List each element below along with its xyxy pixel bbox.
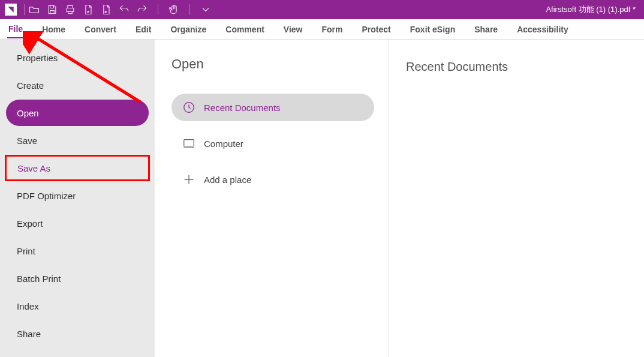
sidebar-item-index[interactable]: Index xyxy=(6,293,149,319)
clock-icon xyxy=(182,101,195,114)
recent-documents-panel: Recent Documents xyxy=(389,40,644,357)
menu-form[interactable]: Form xyxy=(321,21,344,38)
menu-share[interactable]: Share xyxy=(473,21,499,38)
sidebar-item-pdf-optimizer[interactable]: PDF Optimizer xyxy=(6,182,149,209)
menu-home[interactable]: Home xyxy=(41,21,67,38)
title-bar: Afirstsoft 功能 (1) (1).pdf * xyxy=(0,0,644,19)
open-panel-left: Open Recent Documents Computer Add a pla… xyxy=(155,40,389,357)
redo-icon[interactable] xyxy=(136,4,148,16)
file-backstage: Properties Create Open Save Save As PDF … xyxy=(0,40,644,357)
sidebar-item-batch-print[interactable]: Batch Print xyxy=(6,265,149,292)
sidebar-item-save-as[interactable]: Save As xyxy=(5,155,150,181)
menu-edit[interactable]: Edit xyxy=(134,21,152,38)
menu-file[interactable]: File xyxy=(7,20,24,38)
plus-icon xyxy=(182,173,195,186)
menu-comment[interactable]: Comment xyxy=(224,21,266,38)
computer-icon xyxy=(182,137,195,150)
hand-tool-icon[interactable] xyxy=(168,4,180,16)
menu-foxit-esign[interactable]: Foxit eSign xyxy=(409,21,456,38)
page-add-icon[interactable] xyxy=(82,4,94,16)
recent-documents-title: Recent Documents xyxy=(406,60,630,74)
open-panel: Open Recent Documents Computer Add a pla… xyxy=(155,40,644,357)
sidebar-item-share[interactable]: Share xyxy=(6,320,149,347)
sidebar-item-export[interactable]: Export xyxy=(6,210,149,236)
save-icon[interactable] xyxy=(46,4,58,16)
sidebar-item-properties[interactable]: Properties xyxy=(6,44,149,71)
menu-bar: File Home Convert Edit Organize Comment … xyxy=(0,19,644,40)
menu-convert[interactable]: Convert xyxy=(83,21,118,38)
chevron-down-icon[interactable] xyxy=(200,4,212,16)
open-item-label: Computer xyxy=(204,139,243,149)
separator xyxy=(189,4,190,15)
separator xyxy=(158,4,158,15)
open-panel-title: Open xyxy=(171,56,374,72)
undo-icon[interactable] xyxy=(118,4,130,16)
sidebar-item-create[interactable]: Create xyxy=(6,72,149,98)
open-item-computer[interactable]: Computer xyxy=(171,130,374,157)
sidebar-item-open[interactable]: Open xyxy=(6,100,149,126)
quick-access-toolbar xyxy=(28,4,212,16)
open-item-label: Recent Documents xyxy=(204,103,281,113)
open-folder-icon[interactable] xyxy=(28,4,40,16)
app-logo-icon xyxy=(5,4,17,16)
document-title: Afirstsoft 功能 (1) (1).pdf * xyxy=(546,4,639,15)
sidebar-item-save[interactable]: Save xyxy=(6,127,149,154)
menu-view[interactable]: View xyxy=(282,21,304,38)
menu-accessibility[interactable]: Accessibility xyxy=(516,21,570,38)
file-sidebar: Properties Create Open Save Save As PDF … xyxy=(0,40,155,357)
sidebar-item-print[interactable]: Print xyxy=(6,238,149,264)
print-icon[interactable] xyxy=(64,4,76,16)
menu-organize[interactable]: Organize xyxy=(169,21,207,38)
open-item-recent-documents[interactable]: Recent Documents xyxy=(171,94,374,121)
open-item-add-place[interactable]: Add a place xyxy=(171,166,374,193)
svg-rect-1 xyxy=(184,140,194,146)
page-extract-icon[interactable] xyxy=(100,4,112,16)
separator xyxy=(24,4,25,15)
menu-protect[interactable]: Protect xyxy=(361,21,392,38)
open-item-label: Add a place xyxy=(204,175,251,185)
